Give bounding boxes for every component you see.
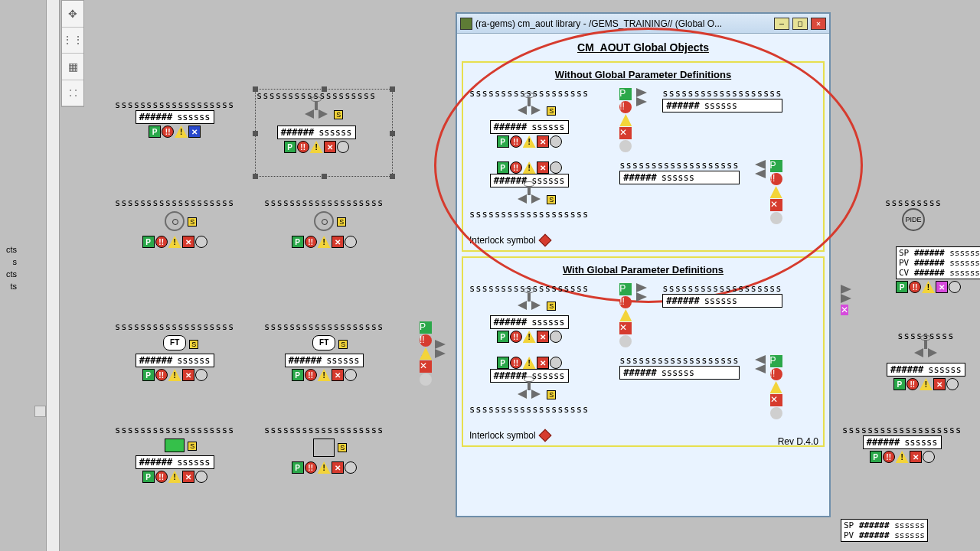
warn-icon: ! [922,281,935,293]
canvas-object[interactable]: sssssssssssssssssss ######ssssss P !! ! … [115,99,234,138]
p-badge: P [893,378,906,390]
valve-icon [302,106,331,121]
status-icons: P!!!✕ [142,471,207,483]
status-dot [949,281,961,293]
canvas-object[interactable]: sssssssssssssssssss S P!!!✕ [115,197,234,248]
tree-panel-clip: cts s cts ts [0,243,17,292]
alarm-icon: !! [619,101,632,113]
tag-label: sssssssssssssssssss [469,404,589,415]
alarm-icon: !! [770,368,782,380]
status-icons: P!!!✕ [142,369,207,381]
s-flag: S [547,195,556,204]
canvas-object[interactable]: sssssssssssssssssss ######ssssss P!!!✕ [842,425,962,463]
tool-grid-icon[interactable]: ▦ [62,54,83,80]
lib-object[interactable]: sssssssssssssssssss S ######ssssss P!!!✕ [469,283,589,347]
fault-icon: ✕ [420,360,432,373]
p-badge: P [619,283,632,295]
canvas-object[interactable]: sssssssssssssssssss FTS ######ssssss P!!… [115,321,234,381]
tool-align-icon[interactable]: ⋮⋮ [62,28,83,54]
warn-icon: ! [318,369,331,381]
alarm-icon: !! [510,161,522,174]
status-stack: P!!!✕ [619,283,632,347]
value-box: ######ssssss [285,354,364,367]
pump-icon [165,211,185,231]
tag-label: sssssssssssssssssss [662,88,782,99]
s-flag: S [547,390,556,399]
canvas-object[interactable]: sssssssssssssssssss FTS ######ssssss P!!… [264,321,384,381]
warn-icon: ! [175,126,188,138]
titlebar[interactable]: (ra-gems) cm_aout library - /GEMS_TRAINI… [457,14,829,34]
transmitter-icon: FT [312,335,335,350]
p-badge: P [619,88,632,100]
s-flag: S [338,340,348,349]
canvas-object[interactable]: sssssssssssssssssss S P!!!✕ [264,197,384,248]
status-dot [345,461,357,474]
fault-icon: ✕ [182,471,194,483]
alarm-icon: !! [297,141,309,153]
value-box: ######ssssss [490,120,569,134]
wedge-icon [744,160,766,178]
canvas-object[interactable]: sssssssss PIDE [885,197,942,231]
lib-object[interactable]: P!!!✕ ######ssssss S sssssssssssssssssss [469,355,589,419]
valve-icon [514,386,544,401]
canvas-object[interactable]: sssssssss ######ssssss P!!!✕ [887,331,965,390]
s-flag: S [547,302,556,311]
lib-object[interactable]: P!!!✕ sssssssssssssssssss ######ssssss [619,283,782,347]
wedge-icon [841,285,862,303]
lib-object[interactable]: sssssssssssssssssss ######ssssss P!!!✕ [619,160,782,224]
alarm-icon: !! [619,296,632,308]
lib-object[interactable]: P!!!✕ sssssssssssssssssss ######ssssss [619,88,782,152]
p-badge: P [870,451,882,463]
status-stack: P!!!✕ [770,355,782,419]
fault-icon: ✕ [537,357,549,369]
status-stack: P!!!✕ [619,88,632,152]
tool-snap-icon[interactable]: ⸬ [62,80,83,107]
status-dot [619,140,632,152]
library-body: CM_AOUT Global Objects Without Global Pa… [457,34,829,453]
s-flag: S [334,110,343,119]
warn-icon: ! [523,161,536,174]
value-box: ######ssssss [662,294,782,308]
tag-label: sssssssssssssssssss [662,283,782,294]
interlock-legend: Interlock symbol [469,232,817,246]
section-with-params: With Global Parameter Definitions ssssss… [462,256,825,447]
status-icons: P!!!✕ [497,135,562,148]
pide-block[interactable]: SP ###### ssssss PV ###### ssssss [841,519,928,542]
value-box: ######ssssss [277,126,356,139]
wedge-icon [636,88,658,106]
minimize-button[interactable]: — [774,18,789,30]
tag-label: sssssssssssssssssss [264,321,384,332]
tag-label: sssssssssssssssssss [264,197,384,208]
status-dot [420,373,432,386]
canvas-object[interactable]: sssssssssssssssssss S ######ssssss P!!!✕ [115,425,234,483]
tool-move-icon[interactable]: ✥ [62,1,83,28]
fault-icon: ✕ [332,236,344,248]
lib-object[interactable]: P!!!✕ ######ssssss S sssssssssssssssssss [469,160,589,224]
library-heading: CM_AOUT Global Objects [462,38,825,57]
library-window[interactable]: (ra-gems) cm_aout library - /GEMS_TRAINI… [456,12,831,517]
tag-label: sssssssssssssssssss [619,160,739,171]
warn-icon: ! [619,309,632,321]
lib-object[interactable]: sssssssssssssssssss S ######ssssss P!!!✕ [469,88,589,152]
status-dot [550,135,562,148]
status-icons: P!!!✕ [292,369,357,381]
maximize-button[interactable]: □ [792,18,808,30]
diamond-icon [538,429,551,442]
panel-divider[interactable] [46,0,60,551]
lib-object[interactable]: sssssssssssssssssss ######ssssss P!!!✕ [619,355,782,419]
fault-icon: ✕ [332,369,344,381]
close-button[interactable]: ✕ [811,18,826,30]
alarm-icon: !! [770,173,782,185]
status-icons: P!!!✕ [893,378,959,390]
p-badge: P [770,160,782,172]
pide-icon: PIDE [902,208,925,231]
alarm-icon: !! [906,378,919,390]
pide-block[interactable]: SP ###### ssssss PV ###### ssssss CV ###… [896,246,980,293]
selected-object[interactable]: sssssssssssssssssss S ######ssssss P !! … [256,90,376,153]
scrollbar-stub[interactable] [34,406,46,417]
fault-icon: ✕ [619,322,632,334]
status-icons: P!!!✕ [870,451,935,463]
status-icons: P!!!✕ [896,281,980,293]
warn-icon: ! [318,461,331,474]
canvas-object[interactable]: sssssssssssssssssss S P!!!✕ [264,425,384,474]
